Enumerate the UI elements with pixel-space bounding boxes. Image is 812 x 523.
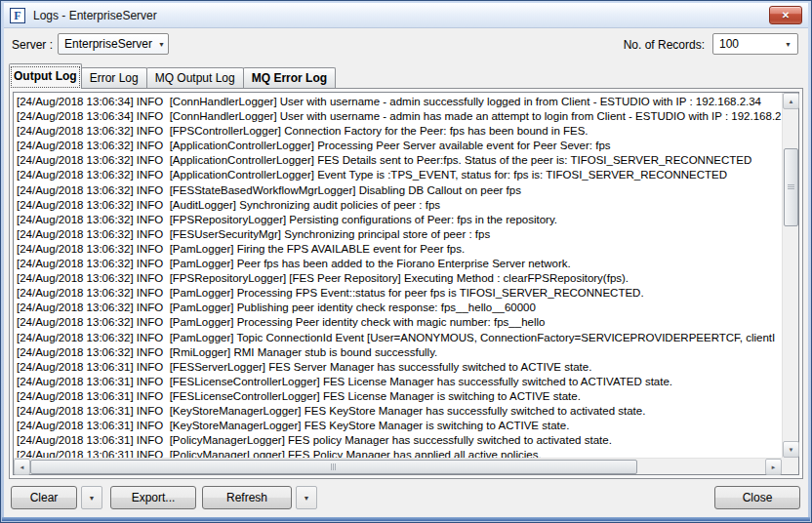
tab-error-log[interactable]: Error Log xyxy=(81,67,147,89)
chevron-down-icon: ▼ xyxy=(779,41,797,48)
dialog-content: Server : EnterpriseServer ▼ No. of Recor… xyxy=(4,28,808,517)
records-dropdown-value: 100 xyxy=(713,37,739,51)
log-line: [24/Aug/2018 13:06:32] INFO [PamLogger] … xyxy=(17,301,782,315)
horizontal-scrollbar-thumb[interactable] xyxy=(30,460,637,474)
scroll-down-icon[interactable]: ▼ xyxy=(783,441,799,458)
log-line: [24/Aug/2018 13:06:32] INFO [FPSControll… xyxy=(17,124,782,139)
log-line: [24/Aug/2018 13:06:31] INFO [KeyStoreMan… xyxy=(17,419,782,433)
clear-dropdown-icon[interactable]: ▼ xyxy=(81,486,102,509)
records-dropdown[interactable]: 100 ▼ xyxy=(712,33,798,55)
log-line: [24/Aug/2018 13:06:32] INFO [PamLogger] … xyxy=(17,242,782,257)
log-viewer: [24/Aug/2018 13:06:34] INFO [ConnHandler… xyxy=(13,92,799,475)
tab-mq-output-log[interactable]: MQ Output Log xyxy=(146,67,244,89)
app-icon: F xyxy=(10,8,25,23)
records-label: No. of Records: xyxy=(624,34,705,56)
log-lines: [24/Aug/2018 13:06:34] INFO [ConnHandler… xyxy=(14,93,782,458)
logs-dialog-window: F Logs - EnterpriseServer ✕ Server : Ent… xyxy=(0,0,812,523)
log-line: [24/Aug/2018 13:06:32] INFO [Application… xyxy=(17,153,782,168)
log-line: [24/Aug/2018 13:06:32] INFO [Application… xyxy=(17,139,782,153)
log-line: [24/Aug/2018 13:06:32] INFO [AuditLogger… xyxy=(17,198,782,213)
vertical-scrollbar[interactable]: ▲ ▼ xyxy=(782,93,798,458)
tab-mq-output-log-label: MQ Output Log xyxy=(155,71,235,85)
titlebar[interactable]: F Logs - EnterpriseServer ✕ xyxy=(4,3,808,28)
refresh-button[interactable]: Refresh xyxy=(202,486,292,509)
tab-output-log-label: Output Log xyxy=(14,69,77,83)
toolbar-row: Server : EnterpriseServer ▼ No. of Recor… xyxy=(4,34,808,58)
log-line: [24/Aug/2018 13:06:32] INFO [PamLogger] … xyxy=(17,257,782,271)
log-line: [24/Aug/2018 13:06:32] INFO [FPSReposito… xyxy=(17,271,782,286)
log-line: [24/Aug/2018 13:06:31] INFO [FESLicenseC… xyxy=(17,375,782,389)
tab-mq-error-log-label: MQ Error Log xyxy=(252,71,327,85)
scrollbar-corner xyxy=(782,458,798,474)
log-line: [24/Aug/2018 13:06:34] INFO [ConnHandler… xyxy=(17,95,782,109)
log-tabs: Output Log Error Log MQ Output Log MQ Er… xyxy=(9,63,336,89)
chevron-down-icon: ▼ xyxy=(152,41,171,48)
log-line: [24/Aug/2018 13:06:32] INFO [FPSReposito… xyxy=(17,213,782,227)
window-title: Logs - EnterpriseServer xyxy=(33,9,157,22)
clear-button[interactable]: Clear xyxy=(11,486,77,509)
log-line: [24/Aug/2018 13:06:32] INFO [FESStateBas… xyxy=(17,183,782,198)
refresh-dropdown-icon[interactable]: ▼ xyxy=(296,486,317,509)
vertical-scrollbar-thumb[interactable] xyxy=(784,148,798,226)
server-label: Server : xyxy=(12,34,53,56)
output-log-panel: [24/Aug/2018 13:06:34] INFO [ConnHandler… xyxy=(9,88,803,479)
scroll-right-icon[interactable]: ► xyxy=(765,459,782,475)
close-button[interactable]: Close xyxy=(714,486,800,509)
log-line: [24/Aug/2018 13:06:34] INFO [ConnHandler… xyxy=(17,109,782,124)
server-dropdown-value: EnterpriseServer xyxy=(59,37,152,51)
log-line: [24/Aug/2018 13:06:32] INFO [Application… xyxy=(17,168,782,182)
log-line: [24/Aug/2018 13:06:32] INFO [FESUserSecu… xyxy=(17,227,782,242)
horizontal-scrollbar[interactable]: ◄ ► xyxy=(14,458,782,474)
log-line: [24/Aug/2018 13:06:32] INFO [RmiLogger] … xyxy=(17,345,782,360)
window-frame-bottom xyxy=(2,517,810,521)
log-line: [24/Aug/2018 13:06:31] INFO [FESLicenseC… xyxy=(17,389,782,404)
log-line: [24/Aug/2018 13:06:32] INFO [PamLogger] … xyxy=(17,315,782,330)
window-close-button[interactable]: ✕ xyxy=(769,6,802,24)
log-text-area[interactable]: [24/Aug/2018 13:06:34] INFO [ConnHandler… xyxy=(14,93,782,458)
log-line: [24/Aug/2018 13:06:31] INFO [PolicyManag… xyxy=(17,433,782,448)
server-dropdown[interactable]: EnterpriseServer ▼ xyxy=(58,33,169,55)
scroll-up-icon[interactable]: ▲ xyxy=(783,93,799,109)
tab-error-log-label: Error Log xyxy=(90,71,139,85)
tab-mq-error-log[interactable]: MQ Error Log xyxy=(243,67,336,89)
export-button[interactable]: Export... xyxy=(110,486,196,509)
log-line: [24/Aug/2018 13:06:32] INFO [PamLogger] … xyxy=(17,331,782,345)
log-line: [24/Aug/2018 13:06:32] INFO [PamLogger] … xyxy=(17,286,782,301)
tab-output-log[interactable]: Output Log xyxy=(9,63,82,89)
footer-buttons: Clear ▼ Export... Refresh ▼ Close xyxy=(4,486,808,509)
log-line: [24/Aug/2018 13:06:31] INFO [KeyStoreMan… xyxy=(17,404,782,419)
scroll-left-icon[interactable]: ◄ xyxy=(14,459,30,475)
log-line: [24/Aug/2018 13:06:31] INFO [PolicyManag… xyxy=(17,448,782,458)
log-line: [24/Aug/2018 13:06:31] INFO [FESServerLo… xyxy=(17,360,782,375)
